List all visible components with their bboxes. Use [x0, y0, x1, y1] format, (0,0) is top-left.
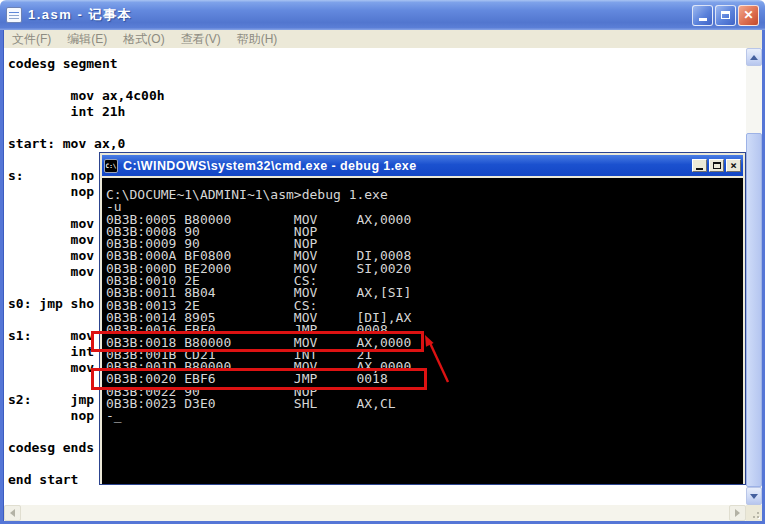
menu-item[interactable]: 文件(F): [4, 31, 59, 48]
maximize-icon: [721, 11, 730, 19]
code-line: mov ax,4c00h: [8, 88, 746, 104]
menu-item[interactable]: 帮助(H): [229, 31, 286, 48]
menu-item[interactable]: 查看(V): [173, 31, 229, 48]
annotation-box-jmp-0018: [91, 368, 427, 390]
cmd-minimize-button[interactable]: [692, 159, 707, 172]
cmd-window: C:\ C:\WINDOWS\system32\cmd.exe - debug …: [99, 152, 746, 485]
notepad-menubar: 文件(F)编辑(E)格式(O)查看(V)帮助(H): [4, 30, 762, 48]
scroll-right-button[interactable]: [729, 505, 746, 521]
maximize-icon: [713, 162, 721, 169]
code-line: [8, 120, 746, 136]
scroll-down-icon: [750, 494, 758, 499]
minimize-icon: [699, 18, 707, 21]
menu-item[interactable]: 格式(O): [115, 31, 172, 48]
horizontal-scrollbar[interactable]: [4, 505, 746, 521]
code-line: int 21h: [8, 104, 746, 120]
close-icon: ×: [730, 161, 737, 171]
cmd-titlebar[interactable]: C:\ C:\WINDOWS\system32\cmd.exe - debug …: [102, 155, 743, 176]
vertical-scrollbar[interactable]: [746, 48, 762, 505]
scroll-up-button[interactable]: [746, 48, 762, 66]
close-icon: ✕: [743, 9, 753, 21]
cmd-close-button[interactable]: ×: [726, 159, 741, 172]
annotation-box-mov-ax-0018: [91, 331, 424, 352]
console-line: 0B3B:0023 D3E0 SHL AX,CL: [106, 398, 743, 410]
scroll-left-icon: [10, 509, 15, 517]
cmd-icon: C:\: [104, 159, 118, 173]
resize-grip[interactable]: [746, 505, 762, 521]
notepad-window-border-left: [0, 30, 4, 521]
console-line: C:\DOCUME~1\ADMINI~1\asm>debug 1.exe: [106, 189, 743, 201]
notepad-titlebar[interactable]: 1.asm - 记事本 ✕: [0, 0, 765, 30]
notepad-window-controls: ✕: [692, 5, 759, 26]
minimize-icon: [696, 168, 703, 170]
menu-item[interactable]: 编辑(E): [59, 31, 115, 48]
code-line: [8, 72, 746, 88]
code-line: start: mov ax,0: [8, 136, 746, 152]
notepad-minimize-button[interactable]: [692, 5, 713, 26]
notepad-icon: [6, 7, 22, 23]
annotation-arrow: [408, 326, 454, 388]
console-line: -_: [106, 410, 743, 422]
scroll-up-icon: [750, 55, 758, 60]
desktop: 1.asm - 记事本 ✕ 文件(F)编辑(E)格式(O)查看(V)帮助(H) …: [0, 0, 765, 524]
code-line: codesg segment: [8, 56, 746, 72]
resize-grip-icon: [757, 516, 759, 518]
cmd-window-title: C:\WINDOWS\system32\cmd.exe - debug 1.ex…: [123, 159, 417, 173]
vertical-scrollbar-thumb[interactable]: [746, 133, 762, 487]
cmd-window-controls: ×: [692, 159, 741, 172]
scroll-right-icon: [735, 509, 740, 517]
notepad-window-title: 1.asm - 记事本: [28, 6, 132, 24]
notepad-maximize-button[interactable]: [715, 5, 736, 26]
cmd-maximize-button[interactable]: [709, 159, 724, 172]
scroll-down-button[interactable]: [746, 487, 762, 505]
notepad-close-button[interactable]: ✕: [738, 5, 759, 26]
scroll-left-button[interactable]: [4, 505, 21, 521]
